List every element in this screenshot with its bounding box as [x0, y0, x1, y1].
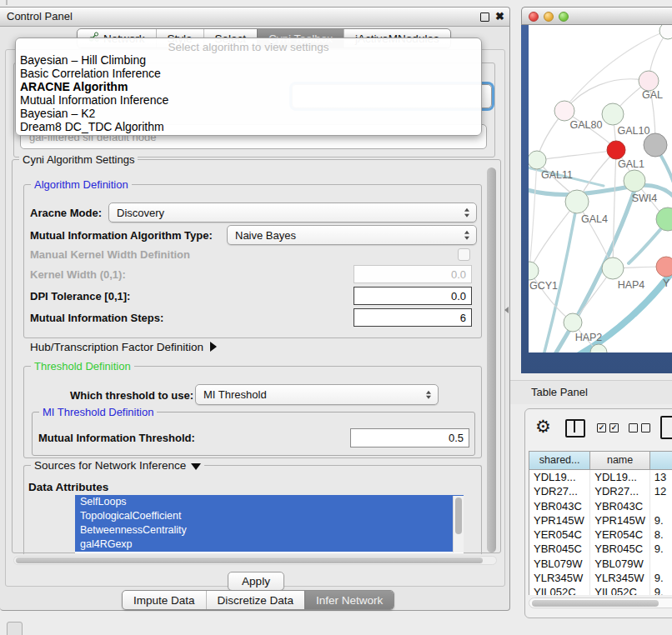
table-row[interactable]: YBR045CYBR045C9. [529, 542, 672, 556]
table-row[interactable]: YBL079WYBL079W [529, 557, 672, 571]
data-attribute-item[interactable]: TopologicalCoefficient [75, 509, 464, 523]
network-node-gal1[interactable] [607, 141, 625, 159]
algorithm-list: Bayesian – Hill ClimbingBasic Correlatio… [16, 53, 481, 133]
network-node-gal[interactable] [639, 71, 659, 91]
mi-algorithm-type-label: Mutual Information Algorithm Type: [30, 229, 213, 242]
column-header[interactable]: shared... [529, 452, 590, 469]
algorithm-option[interactable]: Bayesian – Hill Climbing [16, 53, 481, 67]
corner-notch [6, 0, 8, 5]
attribute-list-scrollbar[interactable] [453, 496, 464, 552]
hub-definition-expander[interactable]: Hub/Transcription Factor Definition [30, 341, 217, 353]
data-attribute-item[interactable]: gal4RGexp [75, 538, 464, 552]
algorithm-option[interactable]: Bayesian – K2 [16, 107, 481, 120]
network-node-swi4[interactable] [624, 170, 645, 192]
settings-vertical-scrollbar[interactable] [487, 168, 496, 552]
network-node-gal10[interactable] [602, 103, 624, 125]
sources-group-toggle[interactable]: Sources for Network Inference [31, 459, 204, 472]
kernel-width-label: Kernel Width (0,1): [30, 268, 126, 281]
network-node[interactable] [644, 133, 667, 157]
network-node-gal11[interactable] [529, 151, 546, 169]
checkbox-unchecked-icon[interactable] [641, 423, 650, 432]
table-row[interactable]: YBR043CYBR043C [529, 499, 672, 513]
network-canvas[interactable]: GALGAL80GAL10GAL1GAL11SWI4GAL4GCY1HAP4YH… [529, 25, 672, 352]
data-attribute-item[interactable]: BetweennessCentrality [75, 523, 464, 538]
scrollbar-thumb[interactable] [16, 558, 483, 563]
algorithm-prompt: Select algorithm to view settings [16, 41, 481, 53]
table-row[interactable]: YDR27...YDR27...12 [529, 484, 672, 498]
table-cell: YBR045C [529, 542, 590, 556]
bottom-tab-bar: Impute DataDiscretize DataInfer Network [122, 590, 394, 610]
node-label: GCY1 [529, 280, 558, 292]
scrollbar-thumb[interactable] [455, 498, 462, 534]
table-cell: YIL052C [529, 585, 590, 595]
network-node-y[interactable] [656, 257, 672, 277]
manual-kernel-width-checkbox[interactable] [458, 248, 470, 261]
network-node[interactable] [659, 25, 672, 39]
network-edge[interactable] [529, 271, 572, 322]
node-label: Y [663, 278, 670, 289]
dpi-tolerance-field[interactable] [354, 287, 472, 305]
table-horizontal-scrollbar[interactable] [529, 598, 672, 608]
table-row[interactable]: YDL19...YDL19...13 [529, 470, 672, 484]
close-icon[interactable]: ✖ [495, 9, 504, 24]
network-node-gal80[interactable] [554, 101, 574, 121]
close-traffic-light[interactable] [529, 12, 539, 22]
table-row[interactable]: YIL052CYIL052C9. [529, 585, 672, 595]
float-window-icon[interactable] [480, 12, 489, 22]
apply-button[interactable]: Apply [228, 572, 284, 591]
sources-group-title: Sources for Network Inference [34, 459, 186, 472]
checkbox-unchecked-icon[interactable] [629, 423, 638, 432]
algorithm-option[interactable]: ARACNE Algorithm [16, 80, 481, 93]
mi-algorithm-type-combo[interactable]: Naive Bayes [227, 225, 477, 245]
network-edge[interactable] [539, 150, 616, 160]
gear-icon[interactable]: ⚙ [535, 417, 551, 437]
minimize-traffic-light[interactable] [544, 12, 554, 22]
data-attribute-item[interactable]: SelfLoops [75, 495, 464, 509]
network-node-hap2[interactable] [564, 313, 582, 332]
algorithm-option[interactable]: Basic Correlation Inference [16, 67, 481, 80]
column-header[interactable] [650, 452, 672, 469]
table-row[interactable]: YLR345WYLR345W9. [529, 571, 672, 585]
network-edge[interactable] [529, 160, 537, 268]
mi-steps-field[interactable] [354, 308, 472, 327]
mi-threshold-field[interactable] [350, 428, 469, 448]
table-panel: ⚙ ✓ ✓ shared...name YDL19...YDL19...13YD… [524, 408, 672, 618]
column-layout-icon[interactable] [565, 419, 585, 438]
network-edge[interactable] [613, 150, 616, 267]
settings-horizontal-scrollbar[interactable] [13, 556, 497, 565]
zoom-traffic-light[interactable] [559, 12, 569, 22]
table-cell: 9. [650, 571, 672, 585]
column-header[interactable]: name [590, 452, 649, 469]
table-cell: YDR27... [529, 484, 590, 498]
table-cell: 9. [650, 585, 672, 595]
table-row[interactable]: YPR145WYPR145W9. [529, 513, 672, 528]
scrollbar-thumb[interactable] [487, 168, 496, 552]
aracne-mode-combo[interactable]: Discovery [108, 202, 477, 222]
algorithm-option[interactable]: Dream8 DC_TDC Algorithm [16, 120, 481, 133]
combo-spinner-icon [426, 390, 431, 399]
algorithm-dropdown-popup: Select algorithm to view settings Bayesi… [15, 38, 482, 136]
network-node-gal4[interactable] [565, 190, 589, 213]
network-node-gcy1[interactable] [529, 262, 539, 280]
manual-kernel-width-label: Manual Kernel Width Definition [30, 248, 190, 261]
checkbox-checked-icon[interactable]: ✓ [609, 423, 619, 432]
splitpane-handle[interactable] [504, 307, 509, 313]
tab-infer-network[interactable]: Infer Network [304, 591, 394, 609]
table-body: YDL19...YDL19...13YDR27...YDR27...12YBR0… [529, 470, 672, 595]
table-row[interactable]: YER054CYER054C8. [529, 528, 672, 542]
network-view-window: GALGAL80GAL10GAL1GAL11SWI4GAL4GCY1HAP4YH… [521, 7, 672, 373]
table-cell: YPR145W [529, 513, 590, 528]
which-threshold-combo[interactable]: MI Threshold [195, 384, 439, 405]
node-label: SWI4 [632, 192, 658, 204]
network-node-hap4[interactable] [602, 258, 624, 279]
tab-discretize-data[interactable]: Discretize Data [206, 591, 305, 609]
kernel-width-field[interactable] [354, 265, 472, 283]
minimized-panel-icon[interactable] [7, 622, 23, 635]
checkbox-checked-icon[interactable]: ✓ [597, 423, 606, 432]
table-cell [650, 499, 672, 513]
algorithm-option[interactable]: Mutual Information Inference [16, 93, 481, 107]
tab-impute-data[interactable]: Impute Data [123, 591, 206, 609]
scrollbar-thumb[interactable] [532, 600, 659, 607]
table-cell: 9. [650, 513, 672, 528]
document-icon[interactable] [660, 416, 672, 439]
